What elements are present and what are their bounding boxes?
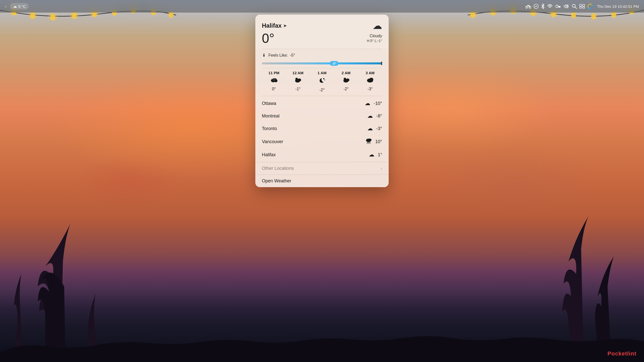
hourly-temp-3: -2° xyxy=(343,87,349,91)
svg-rect-38 xyxy=(583,7,585,8)
feels-like-section: 🌡 Feels Like: -5° xyxy=(255,49,389,60)
slider-indicator: ↓5° xyxy=(330,61,338,66)
hourly-temp-4: -3° xyxy=(368,87,373,91)
hourly-icon-4 xyxy=(366,77,374,85)
menubar-left: ‹ ☁ 0 °C xyxy=(5,3,29,10)
condition-info: Cloudy H:5° L:-1° xyxy=(367,34,382,43)
weather-pill-temp: 0 °C xyxy=(18,4,26,9)
city-item-montreal-name: Montreal xyxy=(262,113,367,119)
city-item-ottawa-temp: -10° xyxy=(374,101,382,106)
city-item-halifax-temp: 1° xyxy=(378,152,382,157)
other-locations-row[interactable]: Other Locations › xyxy=(255,162,389,175)
svg-point-46 xyxy=(295,78,298,80)
menubar: ‹ ☁ 0 °C xyxy=(0,0,644,13)
city-item-halifax[interactable]: Halifax ☁ 1° xyxy=(255,148,389,161)
siri-icon[interactable] xyxy=(587,4,593,9)
hourly-icon-1 xyxy=(294,77,302,85)
control-center-icon[interactable] xyxy=(579,4,585,9)
thermometer-icon: 🌡 xyxy=(262,53,266,58)
hourly-item-1: 12 AM -1° xyxy=(286,71,310,92)
weather-menubar-pill[interactable]: ☁ 0 °C xyxy=(10,3,29,10)
svg-line-59 xyxy=(370,142,370,143)
city-name: Halifax ➤ xyxy=(262,22,287,29)
svg-point-33 xyxy=(556,5,558,8)
city-item-toronto-temp: -3° xyxy=(376,126,382,131)
feels-like-row: 🌡 Feels Like: -5° xyxy=(262,53,382,58)
hourly-time-3: 2 AM xyxy=(342,71,350,75)
city-item-toronto-icon: ☁ xyxy=(367,125,373,132)
open-weather-text: Open Weather xyxy=(262,178,291,184)
current-temperature: 0° xyxy=(262,32,274,45)
svg-point-32 xyxy=(549,6,550,7)
current-weather-section: Halifax ➤ ☁ 0° Cloudy H:5° L:-1° xyxy=(255,15,389,49)
hourly-icon-0 xyxy=(270,77,278,85)
hourly-time-2: 1 AM xyxy=(317,71,326,75)
city-item-ottawa-icon: ☁ xyxy=(365,100,370,107)
temp-slider-track: ↓5° xyxy=(262,62,382,64)
svg-point-50 xyxy=(346,78,349,82)
high-low-text: H:5° L:-1° xyxy=(367,39,382,43)
city-item-toronto-name: Toronto xyxy=(262,126,367,131)
svg-point-47 xyxy=(323,78,324,79)
city-item-halifax-icon: ☁ xyxy=(369,151,374,158)
key-icon[interactable] xyxy=(555,4,561,9)
chevron-right-icon: › xyxy=(381,166,382,171)
slider-end-marker xyxy=(381,62,382,65)
temp-condition-row: 0° Cloudy H:5° L:-1° xyxy=(262,32,382,45)
hourly-item-2: 1 AM -2° xyxy=(310,71,334,92)
svg-point-39 xyxy=(588,4,592,9)
city-item-vancouver-icon xyxy=(365,138,372,145)
hourly-item-4: 3 AM -3° xyxy=(358,71,382,92)
hourly-temp-1: -1° xyxy=(295,87,301,91)
city-item-montreal-temp: -8° xyxy=(376,113,382,119)
location-arrow-icon: ➤ xyxy=(283,23,287,28)
open-weather-row[interactable]: Open Weather xyxy=(255,175,389,187)
search-icon[interactable] xyxy=(572,4,577,9)
svg-point-34 xyxy=(572,4,575,7)
back-arrow-icon[interactable]: ‹ xyxy=(5,4,7,9)
hourly-item-0: 11 PM 0° xyxy=(262,71,286,92)
hourly-time-1: 12 AM xyxy=(293,71,304,75)
shazam-icon[interactable] xyxy=(534,4,539,9)
hourly-icon-2 xyxy=(318,77,326,86)
low-temp: L:-1° xyxy=(375,39,382,43)
city-name-text: Halifax xyxy=(262,22,282,29)
hourly-time-0: 11 PM xyxy=(268,71,279,75)
activity-icon[interactable] xyxy=(526,4,531,9)
hourly-item-3: 2 AM -2° xyxy=(334,71,358,92)
svg-line-57 xyxy=(368,142,368,143)
city-item-toronto[interactable]: Toronto ☁ -3° xyxy=(255,122,389,135)
hourly-section: 11 PM 0° 12 AM xyxy=(255,68,389,96)
watermark: Pocketlint xyxy=(608,350,636,357)
volume-icon[interactable] xyxy=(563,4,569,9)
feels-like-value: -5° xyxy=(290,53,295,58)
city-item-ottawa-name: Ottawa xyxy=(262,101,365,106)
hourly-time-4: 3 AM xyxy=(366,71,375,75)
svg-rect-35 xyxy=(580,4,582,6)
city-item-vancouver-temp: 10° xyxy=(375,139,382,144)
city-item-vancouver[interactable]: Vancouver 10° xyxy=(255,135,389,148)
airdrop-icon[interactable] xyxy=(547,4,553,9)
svg-point-45 xyxy=(298,78,301,82)
other-locations-text: Other Locations xyxy=(262,166,381,171)
city-list: Ottawa ☁ -10° Montreal ☁ -8° Toronto ☁ -… xyxy=(255,96,389,162)
hourly-temp-2: -2° xyxy=(319,88,325,92)
high-temp: H:5° xyxy=(367,39,374,43)
hourly-grid: 11 PM 0° 12 AM xyxy=(262,71,382,92)
city-item-montreal[interactable]: Montreal ☁ -8° xyxy=(255,110,389,122)
city-item-halifax-name: Halifax xyxy=(262,152,369,157)
svg-point-48 xyxy=(324,80,325,81)
svg-point-55 xyxy=(368,139,372,141)
city-item-ottawa[interactable]: Ottawa ☁ -10° xyxy=(255,97,389,110)
city-item-vancouver-name: Vancouver xyxy=(262,139,365,144)
city-header-row: Halifax ➤ ☁ xyxy=(262,20,382,31)
svg-point-43 xyxy=(272,78,275,81)
svg-point-53 xyxy=(369,78,373,81)
menubar-icons xyxy=(526,4,593,9)
weather-popup: Halifax ➤ ☁ 0° Cloudy H:5° L:-1° 🌡 Feels… xyxy=(255,15,389,187)
svg-point-51 xyxy=(344,78,346,80)
temp-slider-container: ↓5° xyxy=(255,60,389,68)
watermark-p: P xyxy=(608,350,612,357)
hourly-temp-0: 0° xyxy=(272,87,276,91)
bluetooth-icon[interactable] xyxy=(541,4,545,9)
